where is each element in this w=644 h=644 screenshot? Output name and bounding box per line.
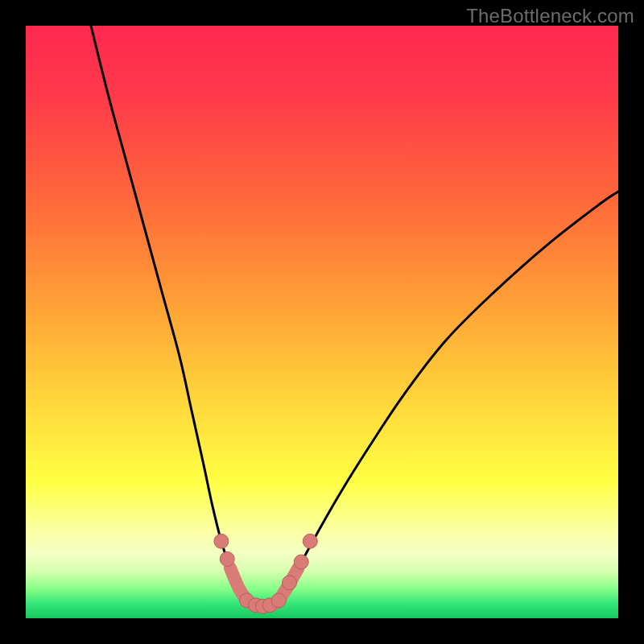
watermark-text: TheBottleneck.com (466, 5, 634, 27)
chart-frame: TheBottleneck.com (0, 0, 644, 644)
data-marker (294, 555, 308, 569)
data-marker (303, 534, 317, 548)
plot-area (26, 26, 618, 618)
data-marker (214, 534, 229, 548)
chart-svg (26, 26, 618, 618)
data-marker (271, 593, 286, 608)
data-marker (283, 576, 297, 590)
data-marker (220, 551, 234, 566)
